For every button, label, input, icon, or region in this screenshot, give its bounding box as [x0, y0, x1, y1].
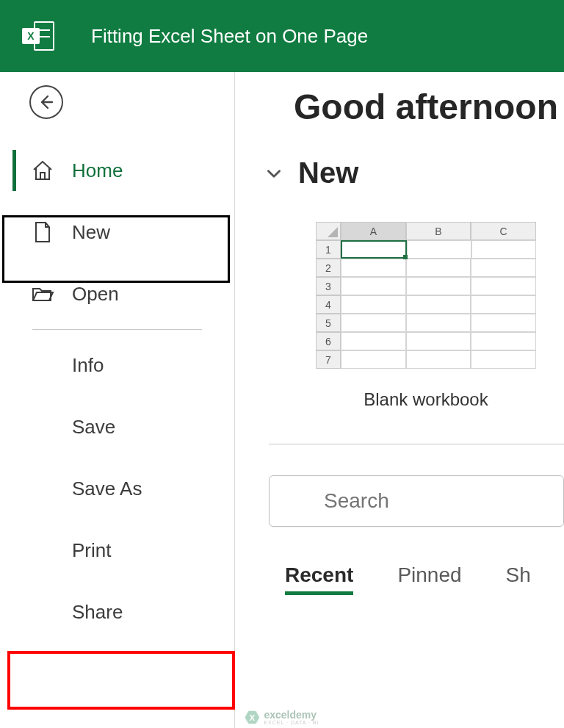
tab-pinned[interactable]: Pinned	[397, 563, 461, 595]
back-button[interactable]	[29, 85, 63, 119]
file-new-icon	[31, 220, 54, 244]
sidebar-item-info[interactable]: Info	[0, 336, 234, 394]
sidebar-item-open[interactable]: Open	[0, 264, 234, 323]
sidebar-item-save-as[interactable]: Save As	[0, 459, 234, 518]
sidebar-item-print[interactable]: Print	[0, 521, 234, 580]
home-icon	[31, 159, 54, 182]
sidebar-item-label: Open	[72, 283, 119, 306]
sidebar-item-label: New	[72, 221, 110, 244]
folder-open-icon	[31, 282, 54, 306]
template-thumbnail: A B C 1 2 3 4 5 6 7	[316, 222, 536, 369]
sidebar-item-share[interactable]: Share	[0, 583, 234, 641]
sidebar-item-label: Save As	[72, 477, 142, 500]
sidebar-item-label: Print	[72, 539, 111, 562]
main-area: Home New Open Info Save	[0, 72, 564, 728]
greeting-heading: Good afternoon	[294, 87, 564, 127]
title-bar: Fitting Excel Sheet on One Page	[0, 0, 564, 72]
window-title: Fitting Excel Sheet on One Page	[91, 25, 368, 48]
excel-app-icon	[22, 21, 54, 51]
tab-recent[interactable]: Recent	[285, 563, 353, 595]
sidebar-item-save[interactable]: Save	[0, 397, 234, 456]
new-section-header[interactable]: New	[264, 156, 564, 190]
sidebar-item-label: Info	[72, 354, 104, 377]
sidebar-item-label: Save	[72, 416, 115, 439]
new-section-title: New	[298, 156, 358, 190]
recent-tabstrip: Recent Pinned Sh	[285, 563, 564, 595]
search-input[interactable]	[324, 489, 564, 513]
sidebar-item-home[interactable]: Home	[0, 141, 234, 200]
sidebar-item-label: Share	[72, 601, 123, 624]
annotation-highlight-print	[7, 651, 235, 710]
search-box[interactable]	[269, 475, 564, 527]
arrow-left-icon	[37, 93, 55, 111]
tab-shared[interactable]: Sh	[506, 563, 531, 595]
template-blank-workbook[interactable]: A B C 1 2 3 4 5 6 7 Blank workbook	[316, 222, 536, 410]
backstage-sidebar: Home New Open Info Save	[0, 72, 235, 728]
sidebar-divider	[32, 329, 202, 330]
backstage-content: Good afternoon New A B C 1 2 3 4 5 6	[235, 72, 564, 728]
template-label: Blank workbook	[316, 389, 536, 410]
chevron-down-icon	[264, 164, 283, 183]
content-divider	[269, 444, 564, 444]
sidebar-item-label: Home	[72, 159, 123, 182]
sidebar-item-new[interactable]: New	[0, 203, 234, 262]
backstage-nav: Home New Open Info Save	[0, 141, 234, 641]
